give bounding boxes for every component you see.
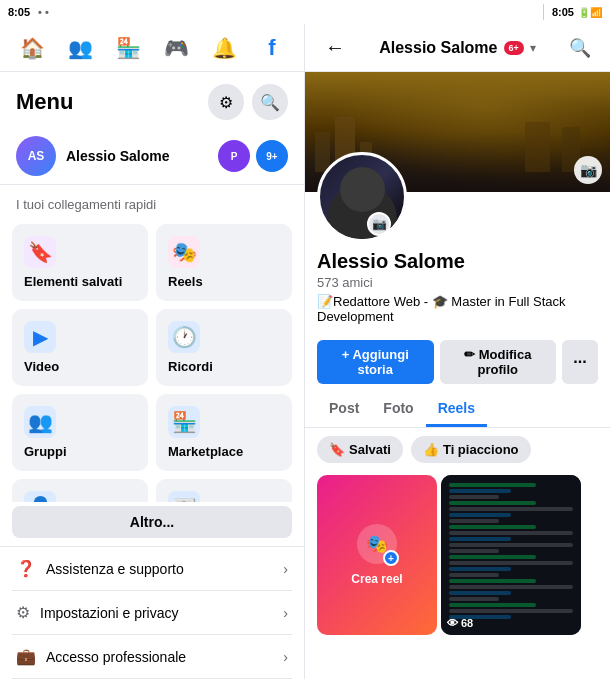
ti-piacciono-filter-button[interactable]: 👍 Ti piacciono	[411, 436, 531, 463]
video-label: Video	[24, 359, 136, 374]
create-reel-label: Crea reel	[351, 572, 402, 586]
reels-icon: 🎭	[168, 236, 200, 268]
tab-reels[interactable]: Reels	[426, 392, 487, 427]
grid-item-video[interactable]: ▶ Video	[12, 309, 148, 386]
dropdown-icon[interactable]: ▾	[530, 41, 536, 55]
badge-notif[interactable]: 9+	[256, 140, 288, 172]
code-line-19	[449, 591, 511, 595]
status-time-left: 8:05	[8, 6, 30, 18]
profile-left: AS Alessio Salome	[16, 136, 170, 176]
impostazioni-label: Impostazioni e privacy	[40, 605, 179, 621]
status-dot-left: • •	[38, 6, 49, 18]
menu-profile-row[interactable]: AS Alessio Salome P 9+	[0, 128, 304, 185]
badge-p[interactable]: P	[218, 140, 250, 172]
grid-item-salvati[interactable]: 🔖 Elementi salvati	[12, 224, 148, 301]
search-button[interactable]: 🔍	[562, 30, 598, 66]
ricordi-icon: 🕐	[168, 321, 200, 353]
profile-title-name: Alessio Salome	[379, 39, 497, 57]
nav-fb-icon[interactable]: f	[254, 30, 290, 66]
code-line-1	[449, 483, 536, 487]
gear-icon[interactable]: ⚙	[208, 84, 244, 120]
reels-area: 🎭 + Crea reel	[305, 471, 610, 679]
profile-pic-area: 📷	[305, 152, 610, 242]
nav-store-icon[interactable]: 🏪	[110, 30, 146, 66]
code-line-14	[449, 561, 573, 565]
grid-item-gruppi[interactable]: 👥 Gruppi	[12, 394, 148, 471]
video-icon: ▶	[24, 321, 56, 353]
salvati-filter-label: Salvati	[349, 442, 391, 457]
more-button[interactable]: ···	[562, 340, 598, 384]
feed-icon: 📰	[168, 491, 200, 502]
profile-full-name: Alessio Salome	[317, 250, 598, 273]
create-reel-card[interactable]: 🎭 + Crea reel	[317, 475, 437, 635]
grid-item-feed[interactable]: 📰 Feed	[156, 479, 292, 502]
altro-button[interactable]: Altro...	[12, 506, 292, 538]
menu-header: Menu ⚙ 🔍	[0, 72, 304, 128]
code-line-7	[449, 519, 499, 523]
code-line-2	[449, 489, 511, 493]
code-line-22	[449, 609, 573, 613]
reel-code-bg	[441, 475, 581, 635]
gear2-icon: ⚙	[16, 603, 30, 622]
reel-item[interactable]: 👁 68	[441, 475, 581, 635]
eye-icon: 👁	[447, 617, 458, 629]
edit-profile-button[interactable]: ✏ Modifica profilo	[440, 340, 557, 384]
right-panel: ← Alessio Salome 6+ ▾ 🔍 📷	[305, 24, 610, 679]
marketplace-label: Marketplace	[168, 444, 280, 459]
settings-impostazioni-left: ⚙ Impostazioni e privacy	[16, 603, 179, 622]
code-line-20	[449, 597, 499, 601]
settings-impostazioni[interactable]: ⚙ Impostazioni e privacy ›	[12, 591, 292, 635]
settings-assistenza[interactable]: ❓ Assistenza e supporto ›	[12, 547, 292, 591]
amici-icon: 👤	[24, 491, 56, 502]
code-line-21	[449, 603, 536, 607]
ti-piacciono-filter-label: Ti piacciono	[443, 442, 519, 457]
filter-buttons: 🔖 Salvati 👍 Ti piacciono	[305, 428, 610, 471]
salvati-icon: 🔖	[24, 236, 56, 268]
code-line-15	[449, 567, 511, 571]
ricordi-label: Ricordi	[168, 359, 280, 374]
plus-badge: +	[383, 550, 399, 566]
profile-friends-count: 573 amici	[317, 275, 598, 290]
menu-action-icons: ⚙ 🔍	[208, 84, 288, 120]
code-line-9	[449, 531, 573, 535]
nav-gaming-icon[interactable]: 🎮	[158, 30, 194, 66]
right-nav-bar: ← Alessio Salome 6+ ▾ 🔍	[305, 24, 610, 72]
tab-post[interactable]: Post	[317, 392, 371, 427]
search-menu-icon[interactable]: 🔍	[252, 84, 288, 120]
code-line-8	[449, 525, 536, 529]
back-button[interactable]: ←	[317, 30, 353, 66]
code-line-3	[449, 495, 499, 499]
assistenza-chevron: ›	[283, 561, 288, 577]
views-count: 68	[461, 617, 473, 629]
grid-item-amici[interactable]: 👤 Amici (26 online)	[12, 479, 148, 502]
status-icons-right: 🔋📶	[578, 7, 602, 18]
code-line-4	[449, 501, 536, 505]
profile-tabs: Post Foto Reels	[305, 392, 610, 428]
settings-accesso[interactable]: 💼 Accesso professionale ›	[12, 635, 292, 679]
menu-profile-name: Alessio Salome	[66, 148, 170, 164]
add-story-button[interactable]: + Aggiungi storia	[317, 340, 434, 384]
settings-accesso-left: 💼 Accesso professionale	[16, 647, 186, 666]
left-panel: 🏠 👥 🏪 🎮 🔔 f Menu ⚙ 🔍 AS Alessio Salome	[0, 24, 305, 679]
avatar-camera-button[interactable]: 📷	[367, 212, 391, 236]
grid-item-reels[interactable]: 🎭 Reels	[156, 224, 292, 301]
left-nav-bar: 🏠 👥 🏪 🎮 🔔 f	[0, 24, 304, 72]
grid-item-marketplace[interactable]: 🏪 Marketplace	[156, 394, 292, 471]
code-line-5	[449, 507, 573, 511]
accesso-chevron: ›	[283, 649, 288, 665]
thumbsup-icon: 👍	[423, 442, 439, 457]
profile-info: Alessio Salome 573 amici 📝Redattore Web …	[305, 250, 610, 340]
assistenza-label: Assistenza e supporto	[46, 561, 184, 577]
menu-avatar: AS	[16, 136, 56, 176]
impostazioni-chevron: ›	[283, 605, 288, 621]
salvati-filter-button[interactable]: 🔖 Salvati	[317, 436, 403, 463]
menu-title: Menu	[16, 89, 73, 115]
nav-people-icon[interactable]: 👥	[62, 30, 98, 66]
reels-label: Reels	[168, 274, 280, 289]
tab-foto[interactable]: Foto	[371, 392, 425, 427]
menu-avatar-initials: AS	[28, 149, 45, 163]
nav-home-icon[interactable]: 🏠	[14, 30, 50, 66]
bookmark-icon: 🔖	[329, 442, 345, 457]
grid-item-ricordi[interactable]: 🕐 Ricordi	[156, 309, 292, 386]
nav-bell-icon[interactable]: 🔔	[206, 30, 242, 66]
